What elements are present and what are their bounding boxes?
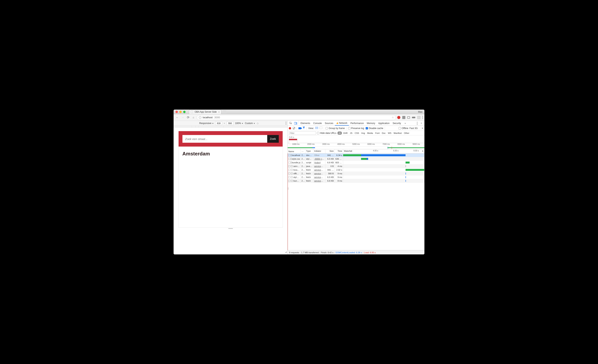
col-initiator-header[interactable]: Initiator [314,149,325,153]
site-info-icon[interactable]: i [199,116,201,119]
tab-close-icon[interactable]: × [218,111,220,113]
viewport-width-input[interactable] [215,122,222,125]
maximize-window-button[interactable] [183,111,185,113]
devtools-tab-elements[interactable]: Elements [299,121,312,125]
network-row[interactable]: localhost2…docu…Other841 …6.34 s [288,154,424,157]
extension-icons [397,116,423,119]
forward-button[interactable]: → [181,115,185,120]
type-filter-font[interactable]: Font [374,132,381,135]
network-row[interactable]: loca…2…fetchservicewor…841 …2.02 s [288,168,424,172]
row-checkbox[interactable] [288,173,290,174]
viewport-resize-handle[interactable] [228,228,233,229]
disable-cache-checkbox[interactable]: ✓Disable cache [366,127,383,130]
filter-input[interactable] [289,131,316,135]
minimize-window-button[interactable] [179,111,182,113]
network-row[interactable]: bundle.js2…script(index)6.6 KB603 ms [288,161,424,165]
search-input[interactable] [183,135,267,143]
gear-icon [291,169,293,171]
row-checkbox[interactable] [288,165,290,167]
network-row[interactable]: style.css2…styles…:3000/:-In…6.5 KB636 m… [288,157,424,161]
network-row[interactable]: offli…2…fetchservicewor…580 B9 ms [288,172,424,175]
extension-icon[interactable] [402,116,405,119]
col-time-header[interactable]: Time [335,149,343,153]
type-filter-xhr[interactable]: XHR [342,132,349,135]
devtools-close-icon[interactable]: × [419,121,424,125]
ruler-tick: 9000 ms [413,143,420,145]
back-button[interactable]: ← [175,115,179,120]
home-button[interactable]: ⌂ [191,115,196,120]
device-ruler[interactable] [174,126,287,128]
type-filter-doc[interactable]: Doc [381,132,387,135]
col-name-header[interactable]: Name [288,149,301,153]
large-rows-icon[interactable] [315,127,318,130]
device-toolbar-menu-icon[interactable] [286,122,286,124]
type-filter-other[interactable]: Other [403,132,410,135]
type-filter-all[interactable]: All [338,132,342,135]
devtools-menu-icon[interactable] [417,122,417,125]
browser-menu-icon[interactable] [422,116,423,119]
row-checkbox[interactable] [288,154,290,156]
reload-button[interactable]: ⟳ [186,115,190,120]
ruler-tick: 5000 ms [352,143,360,145]
toggle-device-icon[interactable] [293,121,298,125]
filter-toggle-icon[interactable] [303,127,305,130]
viewport-height-input[interactable] [227,122,233,125]
col-status-header[interactable]: … [301,149,305,153]
hide-data-urls-checkbox[interactable]: Hide data URLs [317,132,336,134]
url-field[interactable]: i localhost:3000 ☆ [197,115,396,120]
network-row[interactable]: styl…2…fetchservicewor…6.5 KB9 ms [288,175,424,179]
search-button[interactable]: Zoek [267,135,279,143]
col-size-header[interactable]: Size [325,149,335,153]
inspect-element-icon[interactable] [288,121,293,125]
clear-button[interactable] [293,127,295,129]
row-checkbox[interactable] [288,158,290,160]
offline-checkbox[interactable]: Offline [399,127,408,130]
new-tab-button[interactable] [223,110,226,113]
type-filter-manifest[interactable]: Manifest [393,132,403,135]
bookmark-star-icon[interactable]: ☆ [392,116,394,119]
small-rows-icon[interactable] [320,127,322,130]
timeline-ruler[interactable]: 1000 ms2000 ms3000 ms4000 ms5000 ms6000 … [288,143,424,147]
devtools-tab-performance[interactable]: Performance [349,121,365,125]
ruler-tick: 6000 ms [367,143,375,145]
devtools-tab-sources[interactable]: Sources [323,121,335,125]
devtools-tab-network[interactable]: Network [335,121,349,125]
network-row[interactable]: serv…2…javasc…servicewor…0 B4 ms [288,165,424,168]
close-window-button[interactable] [175,111,178,113]
corner-resize-icon[interactable]: ◢ [285,251,287,253]
extension-icon[interactable] [397,116,400,119]
cast-icon[interactable] [407,116,410,119]
preserve-log-checkbox[interactable]: Preserve log [348,127,364,130]
type-filter-img[interactable]: Img [360,132,366,135]
row-checkbox[interactable] [288,176,290,178]
more-tabs-icon[interactable]: » [403,121,407,125]
row-checkbox[interactable] [288,162,290,164]
row-checkbox[interactable] [288,180,290,182]
throttling-dropdown[interactable]: Fast 3G [409,127,418,130]
devtools-tab-security[interactable]: Security [391,121,402,125]
responsive-dropdown[interactable]: Responsive ▼ [199,122,214,124]
extension-icon[interactable] [412,117,415,118]
devtools-tab-memory[interactable]: Memory [365,121,377,125]
profile-name[interactable]: Max [418,111,423,113]
type-filter-ws[interactable]: WS [387,132,392,135]
throttle-dropdown[interactable]: Custom ▼ [245,122,255,124]
devtools-tab-application[interactable]: Application [377,121,391,125]
extension-icon[interactable] [417,116,420,119]
type-filter-media[interactable]: Media [366,132,374,135]
network-row[interactable]: bun…2…fetchservicewor…6.6 KB8 ms [288,179,424,183]
type-filter-css[interactable]: CSS [354,132,360,135]
zoom-dropdown[interactable]: 100% ▼ [235,122,243,124]
browser-tab[interactable]: OBA App Server Side × [189,110,221,114]
network-overview[interactable]: 2.41 s [288,135,424,143]
row-checkbox[interactable] [288,169,290,171]
group-by-frame-checkbox[interactable]: Group by frame [326,127,345,130]
col-waterfall-header[interactable]: Waterfall 4.00 s 6.00 s 8.00 s ▲ [343,149,424,153]
record-button[interactable] [289,127,291,129]
type-filter-js[interactable]: JS [349,132,353,135]
col-type-header[interactable]: Type [305,149,314,153]
devtools-tab-console[interactable]: Console [312,121,323,125]
screenshot-icon[interactable] [299,127,301,129]
rotate-icon[interactable]: ◇ [257,122,258,124]
network-filter-bar: Hide data URLs AllXHRJSCSSImgMediaFontDo… [288,131,424,135]
